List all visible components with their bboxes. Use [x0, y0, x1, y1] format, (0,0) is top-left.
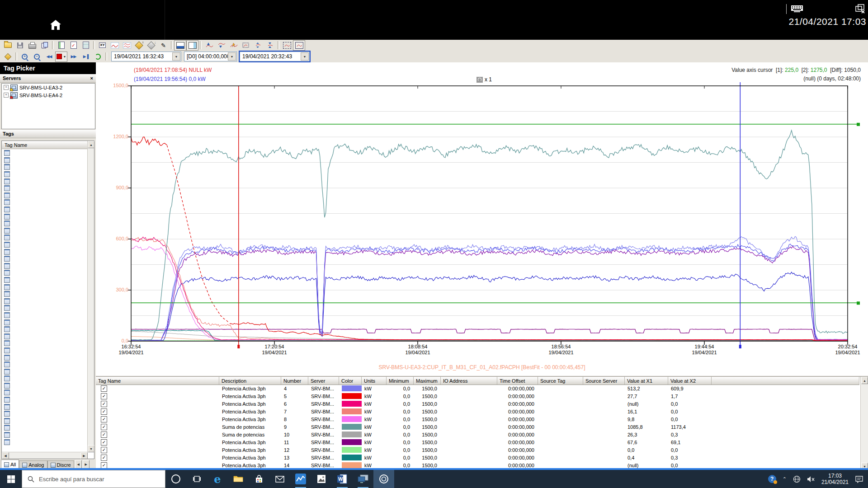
server-tree-item[interactable]: + SRV-BMS-U-EA4-2 — [2, 91, 95, 99]
row-checkbox[interactable]: ✓ — [101, 424, 107, 430]
row-checkbox[interactable]: ✓ — [101, 439, 107, 446]
row-checkbox[interactable]: ✓ — [101, 462, 107, 469]
step-back-button[interactable]: ◀◀ — [43, 52, 55, 62]
table-row[interactable]: ✓Potencia Activa 3ph12SRV-BM...kW0,01500… — [96, 446, 859, 454]
move-up-button[interactable] — [203, 40, 215, 51]
tag-list-item[interactable] — [3, 340, 10, 347]
scroll-left-icon[interactable]: ◀ — [2, 452, 9, 459]
tag-list-item[interactable] — [3, 227, 10, 235]
chevron-down-icon[interactable]: ▼ — [301, 52, 309, 61]
refresh-button[interactable] — [92, 52, 104, 62]
row-checkbox[interactable]: ✓ — [101, 408, 107, 415]
column-header-time_offset[interactable]: Time Offset — [497, 377, 538, 385]
tag-list-item[interactable] — [3, 171, 10, 178]
tag-list-item[interactable] — [3, 164, 10, 171]
column-header-value_x2[interactable]: Value at X2 — [668, 377, 712, 385]
move-down-button[interactable] — [215, 40, 227, 51]
tag-list-item[interactable] — [3, 277, 10, 284]
expand-icon[interactable]: + — [4, 85, 9, 90]
tag-list-item[interactable] — [3, 375, 10, 382]
tag-list-item[interactable] — [3, 291, 10, 298]
multi-trend-button[interactable] — [121, 40, 133, 51]
split-pane-button[interactable] — [186, 40, 198, 51]
autoscale-button[interactable] — [227, 40, 240, 51]
tag-list-item[interactable] — [3, 403, 10, 410]
column-header-value_x1[interactable]: Value at X1 — [625, 377, 668, 385]
trend-app-button[interactable] — [290, 470, 311, 488]
column-header-number[interactable]: Number — [281, 377, 308, 385]
mail-button[interactable] — [269, 470, 290, 488]
tag-list-item[interactable] — [3, 424, 10, 432]
zoom-in-button[interactable]: + — [19, 52, 31, 62]
help-tray-icon[interactable]: ? — [768, 475, 776, 483]
tab-scroll-left[interactable]: ◀ — [75, 460, 82, 469]
tag-list-item[interactable] — [3, 157, 10, 164]
tag-list-item[interactable] — [3, 305, 10, 312]
tag-list-item[interactable] — [3, 326, 10, 333]
table-row[interactable]: ✓Potencia Activa 3ph6SRV-BM...kW0,01500,… — [96, 400, 859, 408]
column-header-tag_name[interactable]: Tag Name — [96, 377, 219, 385]
column-header-filler[interactable] — [712, 377, 859, 385]
home-button[interactable] — [49, 18, 62, 32]
cortana-button[interactable] — [165, 470, 186, 488]
table-row[interactable]: ✓Potencia Activa 3ph4SRV-BM...kW0,01500,… — [96, 385, 859, 392]
photos-button[interactable] — [311, 470, 332, 488]
column-header-io_address[interactable]: IO Address — [441, 377, 497, 385]
active-trend-window-button[interactable] — [373, 470, 394, 488]
tag-list-column-header[interactable]: Tag Name — [2, 141, 88, 149]
stop-button[interactable]: ▼ — [55, 52, 67, 62]
row-checkbox[interactable]: ✓ — [101, 385, 107, 392]
chevron-down-icon[interactable]: ▼ — [228, 52, 236, 61]
tab-all[interactable]: All — [1, 460, 19, 469]
server-tree-item[interactable]: + SRV-BMS-U-EA3-2 — [2, 84, 95, 91]
expand-icon[interactable]: + — [4, 93, 9, 98]
remove-tag-button[interactable]: ↓ — [145, 40, 157, 51]
step-forward-button[interactable]: ▶▶ — [67, 52, 80, 62]
close-icon[interactable]: × — [90, 75, 93, 81]
volume-muted-icon[interactable] — [807, 476, 815, 483]
tab-scroll-right[interactable]: ▶ — [83, 460, 90, 469]
pen-button[interactable]: ✎ — [157, 40, 170, 51]
tag-list-item[interactable] — [3, 382, 10, 389]
table-row[interactable]: ✓Suma de potencias9SRV-BM...kW0,01500,00… — [96, 423, 859, 431]
go-to-end-button[interactable]: ▶▐ — [80, 52, 92, 62]
store-button[interactable] — [249, 470, 269, 488]
edge-button[interactable]: e — [207, 470, 228, 488]
add-tag-button[interactable]: ↑ — [133, 40, 145, 51]
start-time-combo[interactable]: 19/04/2021 16:32:43 ▼ — [111, 52, 181, 61]
file-explorer-button[interactable] — [228, 470, 249, 488]
end-time-combo[interactable]: 19/04/2021 20:32:43 ▼ — [240, 52, 310, 61]
scroll-up-icon[interactable]: ▲ — [88, 141, 94, 148]
compress-scale-button[interactable] — [264, 40, 276, 51]
row-checkbox[interactable]: ✓ — [101, 432, 107, 438]
column-header-minimum[interactable]: Minimum — [387, 377, 414, 385]
tag-list-item[interactable] — [3, 213, 10, 220]
value-cursor-handle[interactable] — [857, 123, 860, 126]
tag-list-item[interactable] — [3, 410, 10, 418]
column-header-source_server[interactable]: Source Server — [583, 377, 625, 385]
tag-list-item[interactable] — [3, 438, 10, 446]
tag-list-item[interactable] — [3, 192, 10, 199]
column-header-source_tag[interactable]: Source Tag — [538, 377, 583, 385]
tag-list-item[interactable] — [3, 283, 10, 291]
scroll-down-icon[interactable]: ▼ — [88, 445, 94, 452]
open-button[interactable] — [2, 40, 14, 51]
tag-list-item[interactable] — [3, 199, 10, 206]
disconnect-session-icon[interactable] — [855, 4, 865, 14]
row-checkbox[interactable]: ✓ — [101, 447, 107, 453]
tag-list-vscrollbar[interactable]: ▲ ▼ — [87, 141, 94, 452]
row-checkbox[interactable]: ✓ — [101, 416, 107, 422]
print-button[interactable] — [26, 40, 38, 51]
options-button[interactable] — [55, 40, 67, 51]
table-row[interactable]: ✓Potencia Activa 3ph11SRV-BM...kW0,01500… — [96, 438, 859, 446]
tag-list-button[interactable] — [80, 40, 92, 51]
table-vscrollbar[interactable]: ▲ ▼ — [860, 377, 868, 470]
duration-combo[interactable]: [D0] 04:00:00,000 ▼ — [184, 52, 237, 61]
scroll-right-icon[interactable]: ▶ — [80, 452, 88, 459]
tag-list-item[interactable] — [3, 418, 10, 425]
tag-list-item[interactable] — [3, 178, 10, 185]
tag-list-item[interactable] — [3, 396, 10, 404]
value-cursor-handle[interactable] — [857, 301, 860, 305]
action-center-icon[interactable] — [855, 475, 863, 483]
tag-list-item[interactable] — [3, 248, 10, 255]
